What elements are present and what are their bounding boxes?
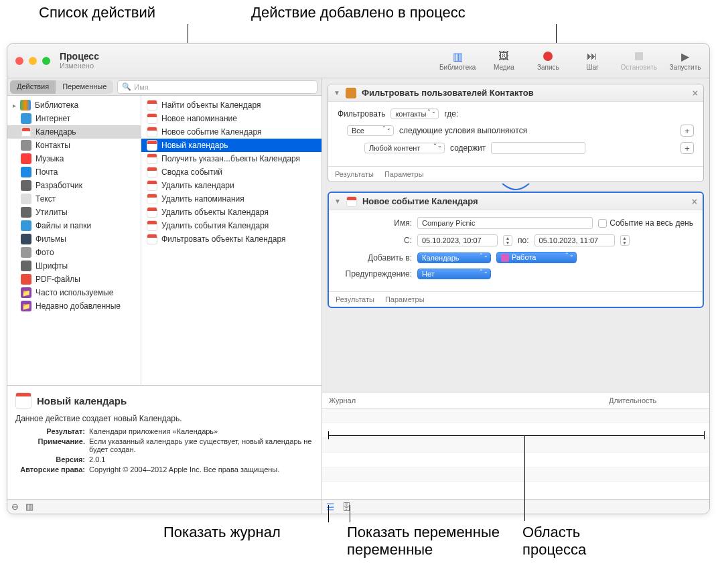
action-item[interactable]: Найти объекты Календаря (141, 98, 321, 112)
left-bottom-strip: ⊖ ▥ (7, 499, 321, 514)
sidebar-item-10[interactable]: Фото (7, 246, 141, 259)
action-item[interactable]: Фильтровать объекты Календаря (141, 232, 321, 246)
app-icon (21, 220, 31, 231)
annotation-line (328, 431, 329, 439)
tab-segment: Действия Переменные (10, 80, 113, 94)
sidebar-item-12[interactable]: PDF-файлы (7, 273, 141, 286)
results-tab[interactable]: Результаты (336, 295, 374, 303)
show-log-icon[interactable]: ☰ (326, 502, 335, 512)
action-item[interactable]: Новое напоминание (141, 112, 321, 125)
log-header: Журнал Длительность (322, 392, 709, 409)
sidebar-item-9[interactable]: Фильмы (7, 232, 141, 246)
action-footer: Результаты Параметры (329, 291, 703, 307)
log-row (322, 409, 709, 423)
action-item[interactable]: Новый календарь (141, 139, 321, 152)
sidebar-item-0[interactable]: Интернет (7, 112, 141, 125)
disclose-icon[interactable]: ▼ (334, 198, 341, 205)
allday-checkbox[interactable]: Событие на весь день (598, 218, 693, 228)
alert-select[interactable]: Нет (417, 269, 491, 279)
workflow-scroll[interactable]: ▼ Фильтровать пользователей Контактов × … (322, 78, 709, 392)
from-stepper[interactable]: ▲▼ (503, 235, 512, 246)
app-icon (21, 153, 31, 164)
sidebar-recent[interactable]: 📁Часто используемые (7, 286, 141, 299)
action-item[interactable]: Удалить напоминания (141, 192, 321, 206)
sidebar-item-1[interactable]: Календарь (7, 125, 141, 139)
workflow-pane: ▼ Фильтровать пользователей Контактов × … (322, 78, 709, 514)
tab-variables[interactable]: Переменные (56, 80, 113, 94)
all-select[interactable]: Все (347, 125, 394, 136)
add-row-button[interactable]: + (681, 142, 694, 154)
minimize-window-button[interactable] (29, 57, 37, 65)
calendar-icon (147, 153, 157, 164)
sidebar-library[interactable]: ▸ Библиотека (7, 98, 141, 112)
tab-actions[interactable]: Действия (10, 80, 56, 94)
step-button[interactable]: ⏭Шаг (576, 50, 608, 71)
content-select[interactable]: Любой контент (364, 143, 445, 153)
annotation-line (328, 435, 705, 436)
sidebar-added[interactable]: 📁Недавно добавленные (7, 299, 141, 313)
results-tab[interactable]: Результаты (335, 170, 374, 178)
media-button[interactable]: 🖼Медиа (488, 50, 520, 71)
record-button[interactable]: Запись (532, 50, 564, 71)
zoom-window-button[interactable] (42, 57, 50, 65)
to-stepper[interactable]: ▲▼ (620, 235, 630, 246)
calendar-icon (346, 196, 357, 207)
run-button[interactable]: ▶Запустить (669, 50, 701, 71)
step-icon: ⏭ (585, 50, 599, 62)
calendar-icon (147, 180, 157, 191)
params-tab[interactable]: Параметры (385, 295, 425, 303)
action-header[interactable]: ▼ Фильтровать пользователей Контактов × (328, 84, 703, 102)
tabs-search-bar: Действия Переменные 🔍 Имя (7, 78, 321, 96)
action-item[interactable]: Сводка событий (141, 165, 321, 179)
calendar-icon (147, 220, 157, 231)
log-row (322, 453, 709, 467)
record-icon (541, 50, 555, 62)
params-tab[interactable]: Параметры (384, 170, 424, 178)
folder-icon: 📁 (21, 287, 31, 298)
calendar-icon (15, 392, 31, 409)
action-card-new-event[interactable]: ▼ Новое событие Календаря × Имя: Company… (328, 192, 704, 308)
contains-input[interactable] (491, 142, 585, 154)
action-item[interactable]: Удалить объекты Календаря (141, 206, 321, 219)
to-date-input[interactable]: 05.10.2023, 11:07 (534, 234, 615, 246)
sidebar-item-7[interactable]: Утилиты (7, 206, 141, 219)
sidebar-item-3[interactable]: Музыка (7, 152, 141, 165)
action-item[interactable]: Удалить события Календаря (141, 219, 321, 232)
sidebar-item-4[interactable]: Почта (7, 165, 141, 179)
add-condition-button[interactable]: + (681, 125, 694, 137)
action-card-filter-contacts[interactable]: ▼ Фильтровать пользователей Контактов × … (328, 84, 704, 182)
addto-select[interactable]: Календарь (417, 252, 491, 263)
action-item[interactable]: Удалить календари (141, 179, 321, 192)
hide-desc-icon[interactable]: ⊖ (11, 502, 19, 512)
toggle-view-icon[interactable]: ▥ (25, 502, 33, 512)
action-header[interactable]: ▼ Новое событие Календаря × (329, 193, 703, 210)
stop-button[interactable]: Остановить (620, 50, 657, 71)
disclose-icon[interactable]: ▼ (334, 89, 340, 96)
from-date-input[interactable]: 05.10.2023, 10:07 (417, 234, 498, 246)
app-icon (21, 207, 31, 218)
close-icon[interactable]: × (693, 88, 698, 98)
sidebar-item-6[interactable]: Текст (7, 192, 141, 206)
filter-select[interactable]: контакты (390, 108, 439, 119)
sidebar-item-5[interactable]: Разработчик (7, 179, 141, 192)
action-item[interactable]: Новое событие Календаря (141, 125, 321, 139)
alert-label: Предупреждение: (338, 269, 412, 279)
close-window-button[interactable] (15, 57, 23, 65)
app-icon (21, 167, 31, 177)
sidebar-item-11[interactable]: Шрифты (7, 259, 141, 273)
traffic-lights (15, 57, 50, 65)
action-item[interactable]: Получить указан...бъекты Календаря (141, 152, 321, 165)
action-title: Новое событие Календаря (362, 196, 478, 206)
sidebar-item-2[interactable]: Контакты (7, 139, 141, 152)
search-input[interactable]: 🔍 Имя (117, 80, 317, 94)
calendar-icon (147, 194, 157, 204)
library-button[interactable]: ▥Библиотека (439, 50, 476, 71)
annotation-action-added: Действие добавлено в процесс (251, 4, 466, 21)
media-icon: 🖼 (497, 50, 510, 62)
to-label: по: (518, 236, 529, 245)
calendar-select[interactable]: Работа (496, 252, 577, 263)
sidebar-item-8[interactable]: Файлы и папки (7, 219, 141, 232)
toolbar: ▥Библиотека 🖼Медиа Запись ⏭Шаг Остановит… (439, 50, 701, 71)
event-name-input[interactable]: Company Picnic (417, 217, 593, 229)
close-icon[interactable]: × (692, 196, 697, 207)
